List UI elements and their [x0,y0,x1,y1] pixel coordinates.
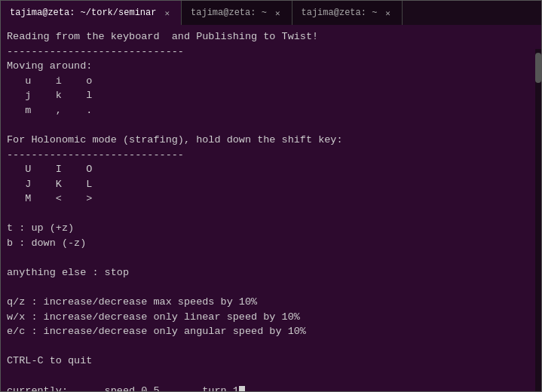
tab-1-label: tajima@zeta: ~/tork/seminar [10,8,156,18]
tab-bar: tajima@zeta: ~/tork/seminar ✕ tajima@zet… [1,1,541,25]
tab-3-close[interactable]: ✕ [383,8,393,19]
tab-1[interactable]: tajima@zeta: ~/tork/seminar ✕ [1,1,182,25]
tab-3[interactable]: tajima@zeta: ~ ✕ [292,1,403,25]
scrollbar-thumb[interactable] [535,53,541,83]
tab-3-label: tajima@zeta: ~ [302,8,378,18]
tab-1-close[interactable]: ✕ [162,8,172,19]
terminal-output: Reading from the keyboard and Publishing… [1,25,541,391]
tab-2-label: tajima@zeta: ~ [191,8,267,18]
tab-2[interactable]: tajima@zeta: ~ ✕ [182,1,292,25]
tab-2-close[interactable]: ✕ [273,8,283,19]
scrollbar[interactable] [535,49,541,391]
terminal-window: tajima@zeta: ~/tork/seminar ✕ tajima@zet… [0,0,542,392]
terminal-cursor [239,386,245,392]
